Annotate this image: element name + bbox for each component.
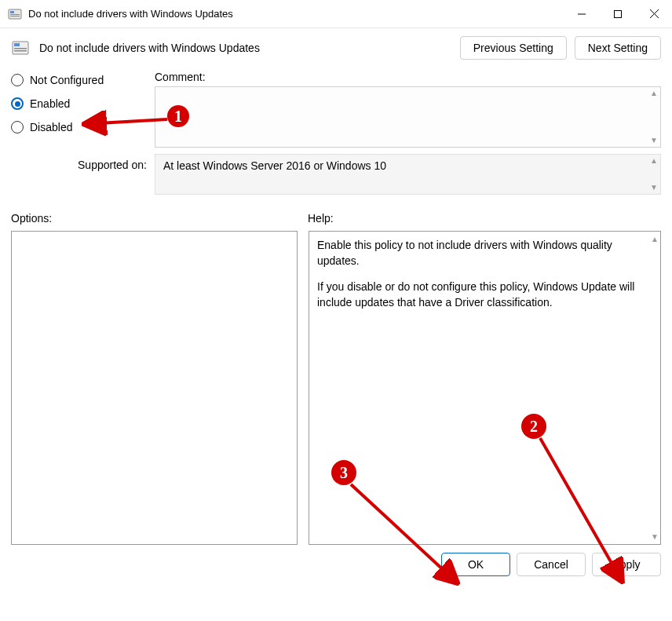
previous-setting-button[interactable]: Previous Setting (460, 36, 567, 60)
scroll-up-icon: ▲ (650, 89, 658, 97)
supported-on-box: At least Windows Server 2016 or Windows … (155, 154, 661, 195)
panels: Enable this policy to not include driver… (0, 231, 672, 545)
scroll-down-icon: ▼ (650, 184, 658, 192)
bottom-buttons: OK Cancel Apply (0, 545, 672, 584)
ok-button[interactable]: OK (441, 553, 510, 576)
svg-rect-9 (14, 43, 20, 46)
minimize-button[interactable] (564, 0, 600, 27)
scroll-down-icon: ▼ (650, 137, 658, 144)
policy-app-icon (8, 7, 22, 21)
state-radios: Not Configured Enabled Disabled (11, 71, 141, 148)
scroll-up-icon: ▲ (651, 235, 659, 243)
radio-label: Disabled (30, 121, 72, 133)
policy-icon (11, 38, 30, 57)
radio-not-configured[interactable]: Not Configured (11, 74, 141, 86)
supported-on-value: At least Windows Server 2016 or Windows … (163, 159, 386, 172)
radio-enabled[interactable]: Enabled (11, 97, 141, 110)
close-button[interactable] (636, 0, 672, 27)
options-label: Options: (11, 212, 308, 225)
comment-column: Comment: ▲ ▼ (155, 71, 661, 148)
radio-disabled[interactable]: Disabled (11, 121, 141, 133)
panel-labels: Options: Help: (0, 195, 672, 231)
window-controls (564, 0, 672, 27)
supported-row: Supported on: At least Windows Server 20… (0, 148, 672, 195)
cancel-button[interactable]: Cancel (517, 553, 586, 576)
radio-label: Enabled (30, 97, 70, 110)
svg-rect-1 (10, 11, 14, 13)
maximize-button[interactable] (600, 0, 636, 27)
radio-icon (11, 121, 24, 133)
apply-button[interactable]: Apply (592, 553, 661, 576)
scroll-down-icon: ▼ (651, 532, 659, 541)
svg-rect-3 (10, 16, 20, 16)
help-text: Enable this policy to not include driver… (317, 238, 645, 310)
help-paragraph: If you disable or do not configure this … (317, 279, 645, 310)
state-comment-row: Not Configured Enabled Disabled Comment:… (0, 71, 672, 148)
next-setting-button[interactable]: Next Setting (575, 36, 661, 60)
policy-title: Do not include drivers with Windows Upda… (39, 42, 260, 54)
window-title: Do not include drivers with Windows Upda… (28, 8, 233, 20)
radio-label: Not Configured (30, 74, 104, 86)
help-panel[interactable]: Enable this policy to not include driver… (309, 231, 661, 545)
radio-icon (11, 74, 24, 86)
help-label: Help: (308, 212, 334, 225)
comment-textbox[interactable]: ▲ ▼ (155, 86, 661, 148)
svg-rect-2 (10, 14, 20, 15)
comment-label: Comment: (155, 71, 661, 86)
titlebar: Do not include drivers with Windows Upda… (0, 0, 672, 28)
header-row: Do not include drivers with Windows Upda… (0, 28, 672, 71)
help-paragraph: Enable this policy to not include driver… (317, 238, 645, 268)
options-panel[interactable] (11, 231, 298, 545)
radio-icon-selected (11, 97, 24, 110)
svg-rect-5 (615, 10, 622, 17)
supported-on-label: Supported on: (11, 154, 147, 171)
svg-rect-10 (14, 48, 27, 49)
svg-rect-11 (14, 50, 27, 52)
header-buttons: Previous Setting Next Setting (460, 36, 661, 60)
scroll-up-icon: ▲ (650, 157, 658, 165)
